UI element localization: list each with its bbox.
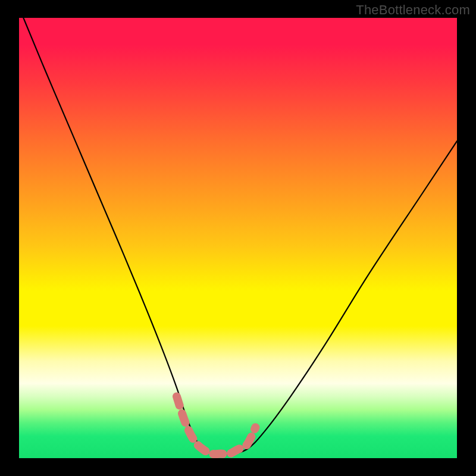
trough-highlight	[177, 396, 255, 454]
plot-area	[19, 18, 457, 458]
bottleneck-curve	[23, 18, 457, 455]
chart-frame: TheBottleneck.com	[0, 0, 476, 476]
watermark-label: TheBottleneck.com	[356, 2, 470, 18]
curve-svg	[19, 18, 457, 458]
